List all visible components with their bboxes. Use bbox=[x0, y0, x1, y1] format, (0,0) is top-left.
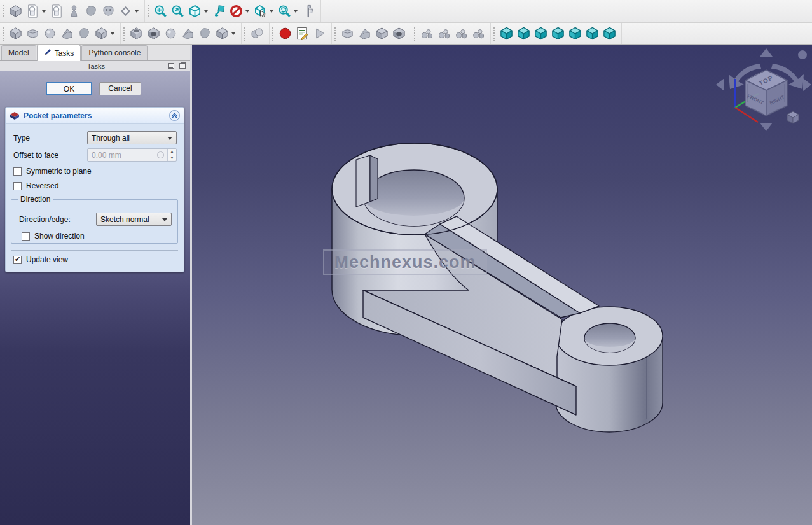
expression-icon[interactable] bbox=[157, 151, 164, 158]
direction-edge-combobox[interactable]: Sketch normal bbox=[96, 213, 172, 226]
toolbar-drag-handle[interactable] bbox=[2, 27, 4, 41]
measure-button[interactable] bbox=[300, 3, 317, 20]
tab-tasks[interactable]: Tasks bbox=[37, 45, 81, 61]
fit-all-button[interactable] bbox=[152, 3, 169, 20]
subtractive-primitive-button[interactable] bbox=[214, 25, 231, 42]
edit-sketch-button[interactable] bbox=[48, 3, 65, 20]
fit-selection-button[interactable] bbox=[169, 3, 186, 20]
boolean-operation-button[interactable] bbox=[249, 25, 266, 42]
linear-pattern-button[interactable] bbox=[436, 25, 453, 42]
box-element-selection-button[interactable] bbox=[252, 3, 269, 20]
toolbar-boolean bbox=[242, 23, 270, 44]
toolbar-drag-handle[interactable] bbox=[123, 27, 125, 41]
create-sketch-dropdown-icon[interactable] bbox=[42, 10, 46, 13]
cancel-button[interactable]: Cancel bbox=[99, 82, 141, 95]
groove-button[interactable] bbox=[162, 25, 179, 42]
3d-viewport[interactable]: Mechnexus.com bbox=[192, 45, 812, 525]
toolbar-drag-handle[interactable] bbox=[147, 4, 149, 18]
checkbox-box[interactable] bbox=[22, 232, 30, 241]
view-axonometric-button[interactable] bbox=[186, 3, 203, 20]
align-to-selection-button[interactable] bbox=[210, 3, 228, 20]
thickness-button[interactable] bbox=[390, 25, 408, 42]
zoom-tools-dropdown-icon[interactable] bbox=[294, 10, 298, 13]
show-direction-checkbox[interactable]: Show direction bbox=[22, 232, 85, 241]
tab-model[interactable]: Model bbox=[1, 45, 36, 60]
view-right-button[interactable] bbox=[549, 25, 567, 42]
reversed-checkbox[interactable]: Reversed bbox=[13, 181, 58, 190]
toolbar-drag-handle[interactable] bbox=[334, 27, 336, 41]
view-rear-button[interactable] bbox=[567, 25, 584, 42]
arrow-up-icon[interactable] bbox=[760, 48, 773, 57]
hole-button[interactable] bbox=[145, 25, 162, 42]
create-shapebinder-button[interactable] bbox=[83, 3, 100, 20]
toolbar-drag-handle[interactable] bbox=[413, 27, 416, 41]
macro-edit-button[interactable] bbox=[294, 25, 311, 42]
view-isometric-button[interactable] bbox=[498, 25, 515, 42]
additive-loft-button[interactable] bbox=[58, 25, 76, 42]
chamfer-button[interactable] bbox=[356, 25, 373, 42]
multitransform-button[interactable] bbox=[470, 25, 487, 42]
create-datum-button[interactable] bbox=[65, 3, 83, 20]
dock-panel-icon[interactable] bbox=[168, 63, 174, 69]
revolution-button[interactable] bbox=[41, 25, 58, 42]
fillet-button[interactable] bbox=[339, 25, 356, 42]
tab-python-console[interactable]: Python console bbox=[81, 45, 148, 60]
create-body-button[interactable] bbox=[7, 25, 24, 42]
spin-down-icon[interactable]: ▼ bbox=[168, 155, 176, 160]
arrow-down-icon[interactable] bbox=[760, 123, 773, 131]
pocket-button[interactable] bbox=[128, 25, 145, 42]
checkbox-box[interactable] bbox=[13, 256, 22, 264]
view-left-button[interactable] bbox=[601, 25, 618, 42]
offset-to-face-spinbox[interactable]: 0.00 mm ▲▼ bbox=[87, 148, 177, 162]
create-clone-button[interactable] bbox=[100, 3, 117, 20]
toolbar-partdesign-helper bbox=[0, 0, 145, 22]
view-top-button[interactable] bbox=[532, 25, 549, 42]
additive-primitive-button[interactable] bbox=[93, 25, 110, 42]
toolbar-drag-handle[interactable] bbox=[493, 27, 495, 41]
create-sketch-button[interactable] bbox=[24, 3, 41, 20]
ok-button[interactable]: OK bbox=[46, 82, 92, 95]
additive-pipe-button[interactable] bbox=[76, 25, 93, 42]
additive-primitive-dropdown-icon[interactable] bbox=[111, 32, 114, 35]
macro-record-button[interactable] bbox=[277, 25, 294, 42]
subtractive-primitive-dropdown-icon[interactable] bbox=[231, 32, 235, 35]
zoom-tools-button[interactable] bbox=[276, 3, 293, 20]
view-bottom-button[interactable] bbox=[584, 25, 601, 42]
update-view-checkbox[interactable]: Update view bbox=[13, 255, 68, 264]
macro-play-button[interactable] bbox=[311, 25, 328, 42]
checkbox-box[interactable] bbox=[13, 167, 22, 176]
toolbar-additive bbox=[0, 23, 121, 44]
chevron-down-icon bbox=[162, 218, 167, 221]
toggle-clipping-plane-dropdown-icon[interactable] bbox=[245, 10, 249, 13]
checkbox-box[interactable] bbox=[13, 182, 22, 190]
mini-cube-icon[interactable] bbox=[787, 111, 799, 123]
view-axonometric-dropdown-icon[interactable] bbox=[204, 10, 208, 13]
arrow-right-icon[interactable] bbox=[803, 78, 811, 91]
box-element-selection-dropdown-icon[interactable] bbox=[270, 10, 273, 13]
subtractive-pipe-button[interactable] bbox=[196, 25, 214, 42]
pad-button[interactable] bbox=[24, 25, 41, 42]
type-combobox[interactable]: Through all bbox=[87, 131, 177, 144]
view-front-button[interactable] bbox=[515, 25, 532, 42]
float-panel-icon[interactable] bbox=[179, 63, 186, 69]
create-datum-plane-button[interactable] bbox=[117, 3, 134, 20]
arrow-left-icon[interactable] bbox=[716, 78, 724, 91]
draft-button[interactable] bbox=[373, 25, 390, 42]
subtractive-loft-button[interactable] bbox=[179, 25, 196, 42]
create-datum-plane-dropdown-icon[interactable] bbox=[135, 10, 139, 13]
navigation-cube[interactable]: TOP FRONT RIGHT bbox=[691, 45, 812, 146]
toolbar-drag-handle[interactable] bbox=[272, 27, 274, 41]
toolbar-drag-handle[interactable] bbox=[244, 27, 246, 41]
toggle-clipping-plane-button[interactable] bbox=[228, 3, 245, 20]
create-body-icon bbox=[8, 26, 23, 41]
pocket-parameters-header[interactable]: Pocket parameters bbox=[6, 108, 184, 124]
collapse-section-button[interactable] bbox=[169, 110, 180, 121]
polar-pattern-button[interactable] bbox=[453, 25, 470, 42]
view-sphere-icon[interactable] bbox=[798, 50, 807, 59]
toolbar-drag-handle[interactable] bbox=[2, 4, 4, 18]
create-part-button[interactable] bbox=[7, 3, 24, 20]
symmetric-to-plane-checkbox[interactable]: Symmetric to plane bbox=[13, 167, 92, 176]
spin-up-icon[interactable]: ▲ bbox=[168, 149, 176, 155]
mirrored-button[interactable] bbox=[418, 25, 436, 42]
view-front-icon bbox=[516, 26, 531, 41]
